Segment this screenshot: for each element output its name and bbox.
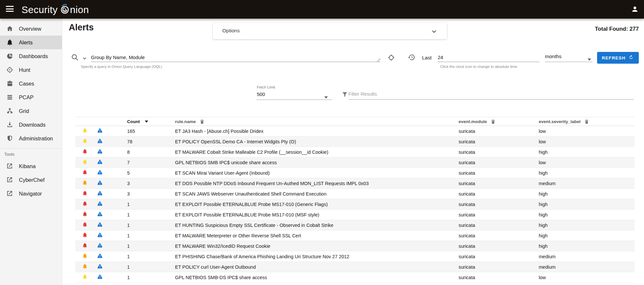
- table-row[interactable]: 1 GPL NETBIOS SMB-DS IPC$ share access s…: [75, 272, 635, 283]
- severity-bell-icon[interactable]: [82, 159, 88, 166]
- rule-name-cell: ET SCAN JAWS Webserver Unauthenticated S…: [171, 191, 455, 197]
- table-row[interactable]: 3 ET DOS Possible NTP DDoS Inbound Frequ…: [75, 178, 635, 189]
- resize-grip-icon[interactable]: [377, 58, 380, 62]
- sidebar-item-navigator[interactable]: Navigator: [0, 187, 62, 200]
- sidebar-item-kibana[interactable]: Kibana: [0, 159, 62, 173]
- refresh-icon: [628, 55, 634, 61]
- query-presets-chevron-icon[interactable]: [82, 55, 87, 62]
- external-link-icon: [6, 190, 13, 197]
- sidebar-item-alerts[interactable]: Alerts: [0, 36, 62, 49]
- alert-triangle-icon[interactable]: [97, 274, 103, 281]
- severity-bell-icon[interactable]: [82, 169, 88, 176]
- severity-bell-icon[interactable]: [82, 128, 88, 135]
- alert-triangle-icon[interactable]: [97, 149, 103, 155]
- module-cell: suricata: [455, 212, 536, 217]
- sidebar-divider: [0, 148, 62, 149]
- user-icon[interactable]: [631, 5, 639, 13]
- refresh-button[interactable]: REFRESH: [597, 52, 639, 64]
- query-input[interactable]: [91, 53, 380, 62]
- severity-bell-icon[interactable]: [82, 263, 88, 270]
- table-row[interactable]: 1 ET MALWARE Win32/IcedID Request Cookie…: [75, 241, 635, 251]
- time-unit-select[interactable]: months: [545, 53, 593, 62]
- sidebar-item-label: Dashboards: [19, 53, 48, 59]
- refresh-button-label: REFRESH: [602, 55, 626, 60]
- main-content: Alerts Options Total Found: 277: [62, 19, 644, 285]
- table-row[interactable]: 1 ET EXPLOIT Possible ETERNALBLUE Probe …: [75, 210, 635, 220]
- remove-column-icon[interactable]: [584, 119, 589, 124]
- severity-bell-icon[interactable]: [82, 149, 88, 155]
- menu-icon[interactable]: [6, 6, 14, 12]
- sidebar-item-administration[interactable]: Administration: [0, 132, 62, 145]
- alert-triangle-icon[interactable]: [97, 222, 103, 229]
- options-expander[interactable]: Options: [213, 23, 447, 39]
- rule-name-cell: ET JA3 Hash - [Abuse.ch] Possible Dridex: [171, 129, 455, 134]
- module-cell: suricata: [455, 254, 536, 259]
- alert-triangle-icon[interactable]: [97, 201, 103, 208]
- bell-icon: [6, 39, 13, 46]
- briefcase-icon: [6, 80, 13, 87]
- table-row[interactable]: 7 GPL NETBIOS SMB IPC$ unicode share acc…: [75, 157, 635, 168]
- table-row[interactable]: 3 ET SCAN JAWS Webserver Unauthenticated…: [75, 189, 635, 199]
- severity-bell-icon[interactable]: [82, 222, 88, 229]
- severity-bell-icon[interactable]: [82, 232, 88, 239]
- severity-bell-icon[interactable]: [82, 253, 88, 260]
- onion-logo-icon: [60, 3, 70, 17]
- table-row[interactable]: 8 ET MALWARE Cobalt Strike Malleable C2 …: [75, 147, 635, 157]
- time-value-input[interactable]: [438, 53, 539, 62]
- alert-triangle-icon[interactable]: [97, 159, 103, 166]
- table-row[interactable]: 1 ET HUNTING Suspicious Empty SSL Certif…: [75, 220, 635, 230]
- sidebar-item-hunt[interactable]: Hunt: [0, 63, 62, 77]
- alert-triangle-icon[interactable]: [97, 180, 103, 187]
- alert-triangle-icon[interactable]: [97, 190, 103, 197]
- alert-triangle-icon[interactable]: [97, 253, 103, 260]
- table-row[interactable]: 1 ET PHISHING Chase/Bank of America Phis…: [75, 251, 635, 262]
- actions-target-icon[interactable]: [388, 54, 395, 63]
- alert-triangle-icon[interactable]: [97, 128, 103, 135]
- alert-triangle-icon[interactable]: [97, 138, 103, 145]
- alert-triangle-icon[interactable]: [97, 263, 103, 270]
- sidebar-item-pcap[interactable]: PCAP: [0, 90, 62, 104]
- table-row[interactable]: 1 ET EXPLOIT Possible ETERNALBLUE Probe …: [75, 199, 635, 210]
- severity-bell-icon[interactable]: [82, 274, 88, 281]
- alert-triangle-icon[interactable]: [97, 211, 103, 218]
- severity-bell-icon[interactable]: [82, 201, 88, 208]
- remove-column-icon[interactable]: [490, 119, 496, 124]
- severity-cell: high: [536, 191, 635, 197]
- severity-bell-icon[interactable]: [82, 190, 88, 197]
- time-range-label: Last: [422, 55, 432, 61]
- rule-name-cell: ET HUNTING Suspicious Empty SSL Certific…: [171, 223, 455, 228]
- fetch-limit-select[interactable]: Fetch Limit 500: [256, 84, 332, 100]
- remove-column-icon[interactable]: [199, 119, 205, 124]
- alert-triangle-icon[interactable]: [97, 169, 103, 176]
- sidebar-item-overview[interactable]: Overview: [0, 22, 62, 36]
- severity-bell-icon[interactable]: [82, 243, 88, 249]
- column-header-event-module[interactable]: event.module: [455, 119, 536, 124]
- severity-bell-icon[interactable]: [82, 138, 88, 145]
- sidebar-item-cases[interactable]: Cases: [0, 77, 62, 90]
- filter-results-input[interactable]: [348, 88, 634, 100]
- table-row[interactable]: 1 ET POLICY curl User-Agent Outbound sur…: [75, 262, 635, 272]
- sidebar-item-grid[interactable]: Grid: [0, 104, 62, 118]
- column-header-event-severity[interactable]: event.severity_label: [536, 119, 635, 124]
- severity-cell: high: [536, 170, 635, 176]
- table-row[interactable]: 1 ET MALWARE Meterpreter or Other Revers…: [75, 230, 635, 241]
- column-header-rule-name[interactable]: rule.name: [171, 119, 455, 124]
- time-unit-value: months: [545, 54, 562, 59]
- table-row[interactable]: 165 ET JA3 Hash - [Abuse.ch] Possible Dr…: [75, 126, 635, 136]
- fetch-limit-value: 500: [257, 91, 265, 97]
- sidebar-item-dashboards[interactable]: Dashboards: [0, 49, 62, 63]
- column-header-count[interactable]: Count: [109, 119, 171, 124]
- sidebar-item-label: Downloads: [19, 122, 46, 128]
- sort-desc-icon: [145, 120, 148, 123]
- table-row[interactable]: 5 ET SCAN Mirai Variant User-Agent (Inbo…: [75, 168, 635, 178]
- history-clock-icon[interactable]: [408, 54, 415, 62]
- severity-bell-icon[interactable]: [82, 211, 88, 218]
- security-onion-app: Security nion Overview: [0, 0, 644, 285]
- table-row[interactable]: 78 ET POLICY OpenSSL Demo CA - Internet …: [75, 136, 635, 147]
- alert-triangle-icon[interactable]: [97, 243, 103, 249]
- sidebar-item-downloads[interactable]: Downloads: [0, 118, 62, 132]
- module-cell: suricata: [455, 264, 536, 270]
- alert-triangle-icon[interactable]: [97, 232, 103, 239]
- sidebar-item-cyberchef[interactable]: CyberChef: [0, 173, 62, 187]
- severity-bell-icon[interactable]: [82, 180, 88, 187]
